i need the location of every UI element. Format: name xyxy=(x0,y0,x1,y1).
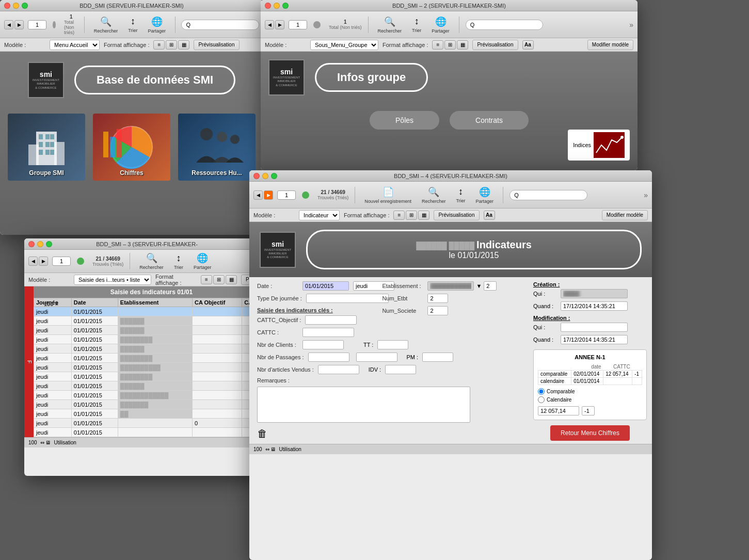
contrats-btn[interactable]: Contrats xyxy=(450,111,529,130)
fmt-grid-btn-3[interactable]: ▦ xyxy=(226,275,237,284)
type-journee-input[interactable] xyxy=(306,294,389,303)
table-row[interactable]: jeudi01/01/2015██████ xyxy=(34,326,269,335)
dropdown-arrow[interactable]: ▼ xyxy=(476,283,482,289)
card-chiffres[interactable]: Chiffres xyxy=(93,114,170,181)
fmt-table-btn-4[interactable]: ⊞ xyxy=(406,211,417,220)
next-btn-3[interactable]: ▶ xyxy=(39,257,48,266)
partager-btn-1[interactable]: 🌐 Partager xyxy=(145,15,169,35)
modify-model-btn-4[interactable]: Modifier modèle xyxy=(602,210,648,220)
trier-btn-3[interactable]: ↕️ Trier xyxy=(171,252,186,271)
fmt-list-btn-1[interactable]: ≡ xyxy=(153,40,165,50)
search-input-2[interactable] xyxy=(476,22,538,28)
passages-input2[interactable] xyxy=(356,353,397,362)
aa-btn-2[interactable]: Aa xyxy=(522,40,534,50)
fmt-grid-btn-2[interactable]: ▦ xyxy=(457,40,468,50)
poles-btn[interactable]: Pôles xyxy=(370,111,439,130)
articles-input[interactable] xyxy=(318,365,359,374)
passages-input[interactable] xyxy=(308,353,349,362)
radio-comparable[interactable]: Comparable xyxy=(538,388,642,395)
new-record-btn-4[interactable]: 📄 Nouvel enregistrement xyxy=(361,185,415,205)
table-row[interactable]: jeudi01/01/2015██████ xyxy=(34,344,269,354)
remarques-textarea[interactable] xyxy=(257,387,470,423)
radio-comparable-input[interactable] xyxy=(538,388,545,395)
fmt-grid-btn-4[interactable]: ▦ xyxy=(418,211,429,220)
search-input-4[interactable] xyxy=(521,192,583,198)
next-btn-2[interactable]: ▶ xyxy=(275,20,284,29)
partager-btn-2[interactable]: 🌐 Partager xyxy=(428,15,453,35)
table-row[interactable]: jeudi01/01/20150 xyxy=(34,419,269,428)
aa-btn-4[interactable]: Aa xyxy=(484,211,495,220)
table-row[interactable]: jeudi01/01/2015████████████ xyxy=(34,391,269,400)
search-input-1[interactable] xyxy=(193,22,254,28)
final-delta-input[interactable] xyxy=(582,406,595,415)
preview-btn-4[interactable]: Prévisualisation xyxy=(434,210,479,220)
table-row[interactable]: jeudi01/01/2015██████████ xyxy=(34,363,269,372)
close-button-4[interactable] xyxy=(253,173,260,179)
main-title-btn-2[interactable]: Infos groupe xyxy=(315,63,428,92)
table-row[interactable]: jeudi01/01/2015██████ xyxy=(34,316,269,326)
pm-input[interactable] xyxy=(422,353,453,362)
rechercher-btn-2[interactable]: 🔍 Rechercher xyxy=(375,15,405,35)
record-input-4[interactable] xyxy=(277,190,296,200)
fmt-list-btn-3[interactable]: ≡ xyxy=(201,275,212,284)
partager-btn-3[interactable]: 🌐 Partager xyxy=(190,251,215,271)
record-input-3[interactable] xyxy=(52,257,71,266)
model-select-2[interactable]: Sous_Menu_Groupe xyxy=(310,40,378,50)
table-row[interactable]: jeudi01/01/2015 xyxy=(34,307,269,316)
preview-btn-1[interactable]: Prévisualisation xyxy=(194,40,239,50)
minimize-button-2[interactable] xyxy=(274,3,280,9)
rechercher-btn-4[interactable]: 🔍 Rechercher xyxy=(419,185,449,205)
maximize-button-1[interactable] xyxy=(22,3,28,9)
model-select-3[interactable]: Saisie des i...teurs • liste xyxy=(74,275,151,285)
close-button-1[interactable] xyxy=(4,3,10,9)
fmt-table-btn-1[interactable]: ⊞ xyxy=(166,40,177,50)
date-input[interactable] xyxy=(302,281,349,291)
fmt-table-btn-2[interactable]: ⊞ xyxy=(444,40,456,50)
trier-btn-1[interactable]: ↕️ Trier xyxy=(125,15,140,34)
card-groupe-smi[interactable]: Groupe SMI xyxy=(8,114,85,181)
table-row[interactable]: jeudi01/01/2015 xyxy=(34,428,269,437)
table-row[interactable]: jeudi01/01/2015███████ xyxy=(34,400,269,409)
maximize-button-4[interactable] xyxy=(271,173,277,179)
creation-qui-input[interactable] xyxy=(561,289,628,298)
radio-calendaire-input[interactable] xyxy=(538,396,545,403)
close-button-3[interactable] xyxy=(28,241,35,247)
fmt-list-btn-4[interactable]: ≡ xyxy=(393,211,405,220)
final-cattc-input[interactable] xyxy=(538,406,579,415)
num-etbt-display[interactable] xyxy=(484,281,497,291)
table-row[interactable]: jeudi01/01/2015██ xyxy=(34,409,269,419)
prev-btn-4[interactable]: ◀ xyxy=(253,190,263,200)
tt-input[interactable] xyxy=(377,340,408,349)
modification-qui-input[interactable] xyxy=(561,323,628,332)
card-ressources[interactable]: Ressources Hu... xyxy=(178,114,256,181)
minimize-button-4[interactable] xyxy=(262,173,268,179)
idv-input[interactable] xyxy=(385,365,416,374)
rechercher-btn-3[interactable]: 🔍 Rechercher xyxy=(136,251,167,271)
radio-calendaire[interactable]: Calendaire xyxy=(538,396,642,403)
fmt-grid-btn-1[interactable]: ▦ xyxy=(178,40,189,50)
rechercher-btn-1[interactable]: 🔍 Rechercher xyxy=(91,15,121,35)
table-row[interactable]: jeudi01/01/2015████████ xyxy=(34,354,269,363)
table-row[interactable]: jeudi01/01/2015████████ xyxy=(34,372,269,381)
minimize-button-1[interactable] xyxy=(13,3,19,9)
fmt-list-btn-2[interactable]: ≡ xyxy=(432,40,443,50)
maximize-button-3[interactable] xyxy=(46,241,52,247)
cattc-input[interactable] xyxy=(302,328,354,337)
table-row[interactable]: jeudi01/01/2015██████ xyxy=(34,381,269,391)
num-societe-input[interactable] xyxy=(427,306,448,315)
etablissement-input[interactable] xyxy=(427,281,474,291)
modification-quand-input[interactable] xyxy=(561,335,628,344)
trier-btn-4[interactable]: ↕️ Trier xyxy=(453,185,468,204)
main-title-btn-1[interactable]: Base de données SMI xyxy=(74,66,235,94)
next-btn-4[interactable]: ▶ xyxy=(264,190,273,200)
prev-btn-3[interactable]: ◀ xyxy=(28,257,38,266)
search-box-4[interactable]: Q xyxy=(509,190,587,200)
return-btn[interactable]: Retour Menu Chiffres xyxy=(550,425,630,441)
search-box-1[interactable]: Q xyxy=(181,20,259,30)
close-button-2[interactable] xyxy=(265,3,271,9)
partager-btn-4[interactable]: 🌐 Partager xyxy=(473,185,497,205)
preview-btn-2[interactable]: Prévisualisation xyxy=(472,40,518,50)
model-select-1[interactable]: Menu Accueil xyxy=(50,40,100,50)
next-btn-1[interactable]: ▶ xyxy=(14,20,24,29)
model-select-4[interactable]: Indicateur xyxy=(299,210,340,220)
